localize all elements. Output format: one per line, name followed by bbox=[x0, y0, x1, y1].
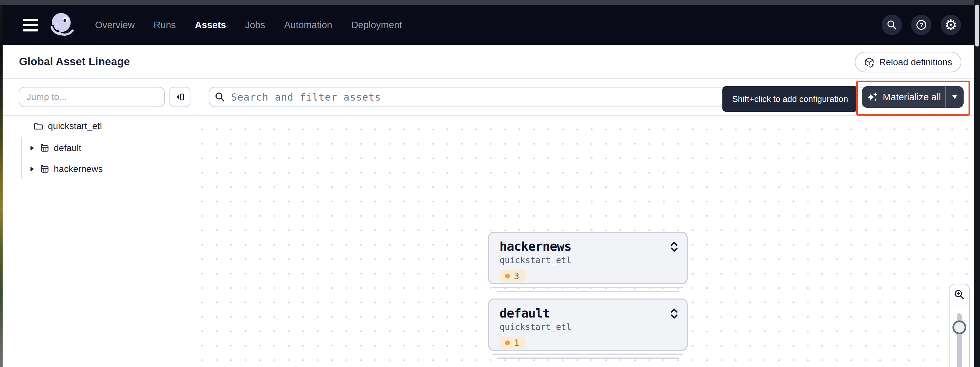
dagster-logo-icon[interactable] bbox=[46, 10, 77, 40]
asset-count-badge: 1 bbox=[500, 337, 525, 349]
primary-nav: Overview Runs Assets Jobs Automation Dep… bbox=[95, 20, 402, 30]
nav-item-deployment[interactable]: Deployment bbox=[352, 20, 402, 30]
node-subtitle: quickstart_etl bbox=[500, 322, 687, 332]
collapse-sidebar-button[interactable] bbox=[169, 87, 191, 107]
search-icon[interactable] bbox=[882, 15, 902, 35]
hamburger-menu-icon[interactable] bbox=[23, 19, 38, 32]
unfold-group-icon[interactable] bbox=[670, 241, 679, 252]
window-title-bar-edge bbox=[0, 0, 980, 5]
materialize-dropdown-button[interactable] bbox=[945, 86, 964, 108]
reload-definitions-label: Reload definitions bbox=[879, 57, 952, 67]
node-title: default bbox=[500, 306, 687, 321]
nav-item-assets[interactable]: Assets bbox=[195, 20, 226, 30]
tree-item-label: hackernews bbox=[54, 164, 103, 174]
nav-item-jobs[interactable]: Jobs bbox=[245, 20, 265, 30]
status-dot bbox=[505, 273, 510, 278]
asset-group-icon bbox=[40, 143, 49, 153]
tree-item-hackernews[interactable]: hackernews bbox=[3, 162, 198, 176]
page-title: Global Asset Lineage bbox=[19, 56, 130, 68]
nav-item-automation[interactable]: Automation bbox=[284, 20, 332, 30]
collapsed-stack-line bbox=[492, 354, 683, 355]
node-title: hackernews bbox=[500, 239, 687, 254]
asset-group-node-default[interactable]: default quickstart_etl 1 bbox=[488, 299, 688, 351]
chevron-right-icon[interactable] bbox=[30, 146, 34, 150]
zoom-in-button[interactable] bbox=[950, 284, 969, 305]
tree-item-label: default bbox=[54, 143, 81, 153]
shift-click-tooltip: Shift+click to add configuration bbox=[722, 86, 858, 112]
asset-count: 1 bbox=[514, 338, 519, 348]
page-header: Global Asset Lineage bbox=[3, 45, 974, 79]
sidebar-toolbar bbox=[3, 79, 198, 116]
folder-icon bbox=[33, 122, 43, 131]
status-dot bbox=[505, 340, 510, 345]
zoom-in-icon bbox=[954, 289, 965, 300]
asset-count: 3 bbox=[514, 271, 519, 281]
materialize-all-button[interactable]: Materialize all bbox=[862, 86, 945, 108]
gear-icon[interactable]: ⚙ bbox=[941, 15, 961, 35]
materialize-all-button-group: Materialize all bbox=[862, 86, 964, 108]
svg-text:?: ? bbox=[920, 22, 923, 29]
chevron-right-icon[interactable] bbox=[30, 167, 34, 172]
asset-count-badge: 3 bbox=[500, 270, 525, 282]
scrollbar-thumb[interactable] bbox=[975, 5, 979, 46]
sparkle-icon bbox=[866, 91, 878, 103]
reload-definitions-button[interactable]: Reload definitions bbox=[855, 52, 961, 72]
node-subtitle: quickstart_etl bbox=[500, 255, 687, 265]
tree-item-default[interactable]: default bbox=[3, 141, 198, 156]
nav-item-overview[interactable]: Overview bbox=[95, 20, 135, 30]
asset-tree-sidebar: quickstart_etl default bbox=[3, 79, 198, 367]
reload-cube-icon bbox=[864, 57, 875, 67]
zoom-control-panel bbox=[949, 284, 970, 367]
jump-to-input[interactable] bbox=[19, 87, 165, 107]
collapsed-stack-line bbox=[492, 287, 683, 288]
lineage-toolbar bbox=[199, 79, 974, 116]
desktop-wallpaper-edge bbox=[0, 0, 3, 367]
collapsed-stack-line bbox=[497, 357, 679, 359]
help-icon[interactable]: ? bbox=[911, 15, 931, 35]
asset-group-node-hackernews[interactable]: hackernews quickstart_etl 3 bbox=[488, 232, 688, 284]
collapse-panel-icon bbox=[175, 92, 185, 102]
tree-item-label: quickstart_etl bbox=[48, 121, 102, 132]
unfold-group-icon[interactable] bbox=[670, 308, 679, 319]
collapsed-stack-line bbox=[497, 291, 679, 292]
chevron-down-icon bbox=[952, 95, 958, 99]
nav-action-icons: ? ⚙ bbox=[882, 15, 961, 35]
window-right-edge bbox=[974, 0, 980, 367]
nav-item-runs[interactable]: Runs bbox=[154, 20, 176, 30]
global-asset-lineage-page: Overview Runs Assets Jobs Automation Dep… bbox=[0, 0, 980, 367]
materialize-all-label: Materialize all bbox=[883, 92, 941, 103]
tree-item-quickstart-etl[interactable]: quickstart_etl bbox=[3, 119, 198, 134]
zoom-slider-handle[interactable] bbox=[953, 321, 966, 334]
top-nav-bar: Overview Runs Assets Jobs Automation Dep… bbox=[3, 5, 974, 45]
asset-group-icon bbox=[40, 165, 49, 174]
